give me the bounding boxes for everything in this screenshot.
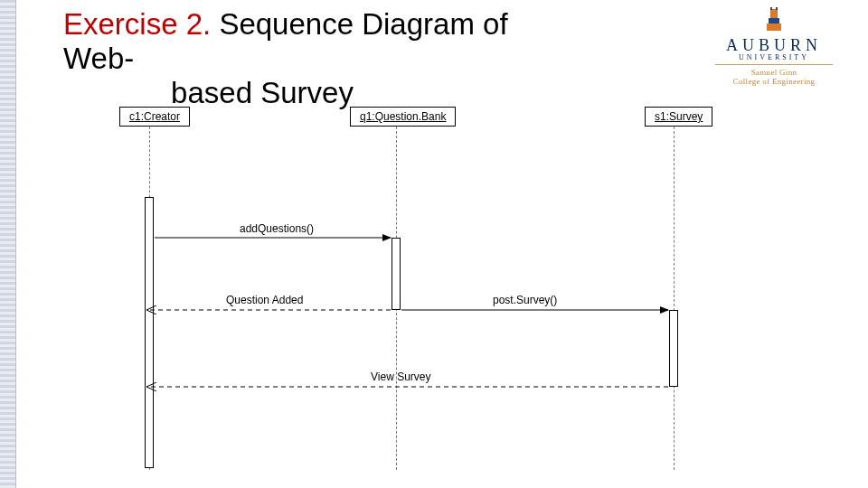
logo-text-auburn: AUBURN (702, 36, 846, 55)
svg-rect-1 (769, 18, 779, 23)
title-exercise-number: Exercise 2. (63, 7, 211, 41)
logo-college-line2: College of Engineering (702, 77, 846, 86)
auburn-logo: AUBURN UNIVERSITY Samuel Ginn College of… (702, 7, 846, 86)
msg-question-added: Question Added (226, 294, 303, 306)
logo-college-line1: Samuel Ginn (702, 68, 846, 77)
svg-rect-0 (770, 9, 778, 18)
slide-title: Exercise 2. Sequence Diagram of Web- bas… (63, 7, 570, 110)
msg-addquestions: addQuestions() (240, 222, 314, 235)
tower-icon (759, 7, 789, 34)
logo-divider (715, 64, 833, 65)
msg-post-survey: post.Survey() (493, 294, 557, 306)
svg-rect-3 (770, 7, 772, 10)
message-arrows (36, 107, 850, 477)
msg-view-survey: View Survey (371, 371, 430, 383)
logo-text-university: UNIVERSITY (702, 53, 846, 61)
svg-rect-4 (776, 7, 778, 10)
sequence-diagram: c1:Creator q1:Question.Bank s1:Survey a (36, 107, 850, 477)
title-line2: based Survey (72, 76, 452, 110)
slide-decor-stripe (0, 0, 16, 488)
svg-rect-2 (767, 23, 781, 31)
